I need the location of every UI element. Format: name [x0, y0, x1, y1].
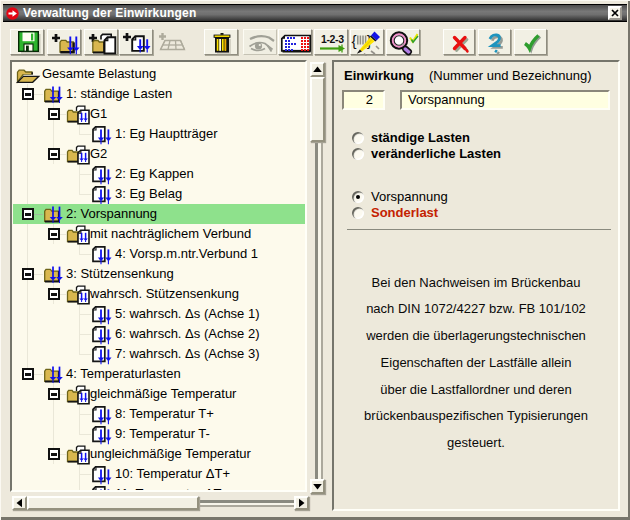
svg-text:{: {: [352, 32, 357, 49]
svg-text:1-2-3: 1-2-3: [321, 33, 344, 45]
